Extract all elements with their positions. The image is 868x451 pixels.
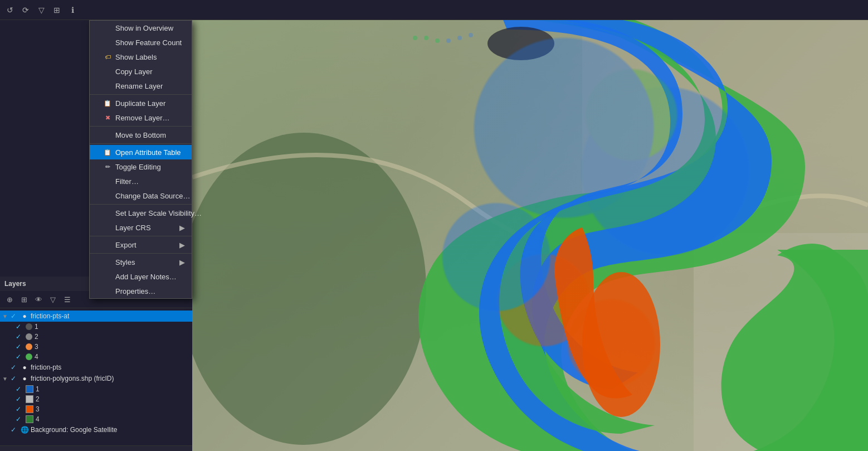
spacer-icon [103, 67, 112, 76]
layer-item-friction-pts-at[interactable]: ▼ ✓ ● friction-pts-at [0, 311, 192, 322]
sublayer-friction-polygons-1[interactable]: ✓ 1 [0, 384, 192, 394]
sublayer-label: 2 [36, 395, 40, 403]
menu-item-label: Rename Layer [115, 82, 163, 90]
horizontal-scrollbar[interactable] [0, 445, 192, 451]
layer-name-background-google: Background: Google Satellite [31, 426, 190, 434]
sublayer-label: 1 [36, 385, 40, 393]
sublayer-label: 1 [35, 323, 38, 331]
sublayer-check[interactable]: ✓ [16, 323, 23, 331]
sublayer-label: 4 [36, 415, 40, 423]
layer-item-background-google[interactable]: ✓ 🌐 Background: Google Satellite [0, 424, 192, 435]
layer-check-background-google[interactable]: ✓ [11, 426, 18, 434]
sublayer-color [26, 343, 32, 350]
menu-item-open-attribute-table[interactable]: 📋Open Attribute Table [90, 145, 192, 159]
submenu-arrow: ▶ [179, 241, 185, 249]
main-toolbar: ↺ ⟳ ▽ ⊞ ℹ [0, 0, 868, 20]
sublayer-color [26, 353, 32, 360]
sublayer-color [26, 405, 33, 413]
sublayer-friction-polygons-3[interactable]: ✓ 3 [0, 404, 192, 414]
menu-item-label: Duplicate Layer [115, 99, 165, 108]
spacer-icon [103, 191, 112, 200]
info-icon[interactable]: ℹ [66, 3, 79, 17]
menu-item-label: Show in Overview [115, 24, 173, 32]
menu-item-label: Open Attribute Table [115, 148, 181, 157]
sublayer-color [26, 385, 33, 393]
sublayer-friction-pts-at-1[interactable]: ✓ 1 [0, 322, 192, 332]
sublayer-check[interactable]: ✓ [16, 343, 23, 351]
refresh-icon[interactable]: ⟳ [19, 3, 32, 17]
menu-item-change-data-source[interactable]: Change Data Source… [90, 188, 192, 203]
sublayer-label: 4 [35, 353, 38, 361]
layers-icon[interactable]: ⊞ [50, 3, 64, 17]
label-icon: 🏷 [103, 52, 112, 61]
layer-check-friction-polygons[interactable]: ✓ [11, 375, 18, 382]
map-area[interactable] [192, 20, 868, 451]
edit-icon: ✏ [103, 162, 112, 171]
context-menu: Show in OverviewShow Feature Count🏷Show … [89, 20, 192, 299]
sublayer-color [26, 415, 33, 423]
menu-item-remove-layer[interactable]: ✖Remove Layer… [90, 110, 192, 125]
sublayer-color [26, 333, 32, 340]
sublayer-check[interactable]: ✓ [16, 415, 23, 423]
sublayer-check[interactable]: ✓ [16, 385, 23, 393]
menu-separator [90, 126, 192, 127]
layer-icon-friction-pts: ● [20, 363, 29, 372]
sublayer-label: 3 [35, 343, 38, 351]
sublayer-label: 3 [36, 405, 40, 413]
spacer-icon [103, 272, 112, 281]
layer-tool-visible[interactable]: 👁 [32, 293, 45, 305]
menu-item-duplicate-layer[interactable]: 📋Duplicate Layer [90, 96, 192, 110]
sublayer-color [26, 323, 32, 330]
menu-separator [90, 236, 192, 236]
menu-item-label: Toggle Editing [115, 163, 161, 171]
spacer-icon [103, 177, 112, 186]
submenu-arrow: ▶ [179, 258, 185, 266]
menu-item-layer-crs[interactable]: Layer CRS▶ [90, 220, 192, 235]
menu-item-styles[interactable]: Styles▶ [90, 255, 192, 269]
layer-expand-friction-polygons[interactable]: ▼ [2, 376, 9, 382]
menu-item-properties[interactable]: Properties… [90, 284, 192, 298]
menu-item-filter[interactable]: Filter… [90, 174, 192, 188]
table-icon: 📋 [103, 148, 112, 157]
layer-check-friction-pts-at[interactable]: ✓ [11, 312, 18, 320]
sublayer-check[interactable]: ✓ [16, 395, 23, 403]
sublayer-friction-polygons-2[interactable]: ✓ 2 [0, 394, 192, 404]
layer-tool-copy[interactable]: ⊞ [18, 293, 30, 305]
filter-icon[interactable]: ▽ [35, 3, 48, 17]
menu-item-move-to-bottom[interactable]: Move to Bottom [90, 128, 192, 142]
layer-item-friction-polygons[interactable]: ▼ ✓ ● friction-polygons.shp (fricID) [0, 373, 192, 384]
menu-item-label: Change Data Source… [115, 192, 190, 200]
layer-tool-options[interactable]: ☰ [61, 293, 74, 305]
submenu-arrow: ▶ [179, 224, 185, 232]
menu-item-copy-layer[interactable]: Copy Layer [90, 64, 192, 79]
sublayer-check[interactable]: ✓ [16, 333, 23, 341]
layer-check-friction-pts[interactable]: ✓ [11, 363, 18, 371]
layers-title: Layers [4, 280, 26, 288]
menu-item-show-feature-count[interactable]: Show Feature Count [90, 35, 192, 50]
menu-item-show-labels[interactable]: 🏷Show Labels [90, 50, 192, 64]
sublayer-friction-pts-at-2[interactable]: ✓ 2 [0, 332, 192, 342]
menu-separator [90, 204, 192, 205]
sublayer-check[interactable]: ✓ [16, 405, 23, 413]
sublayer-check[interactable]: ✓ [16, 353, 23, 361]
menu-item-add-layer-notes[interactable]: Add Layer Notes… [90, 269, 192, 284]
menu-item-rename-layer[interactable]: Rename Layer [90, 79, 192, 93]
menu-item-label: Show Feature Count [115, 38, 182, 47]
layer-expand-friction-pts-at[interactable]: ▼ [2, 313, 9, 319]
spacer-icon [103, 81, 112, 90]
menu-item-show-in-overview[interactable]: Show in Overview [90, 21, 192, 35]
sublayer-friction-pts-at-4[interactable]: ✓ 4 [0, 352, 192, 362]
layers-list: ▼ ✓ ● friction-pts-at ✓ 1 ✓ 2 ✓ 3 ✓ 4 [0, 308, 192, 445]
layer-tool-filter[interactable]: ▽ [47, 293, 59, 305]
undo-icon[interactable]: ↺ [3, 3, 17, 17]
menu-item-label: Remove Layer… [115, 114, 170, 122]
menu-item-set-layer-scale[interactable]: Set Layer Scale Visibility… [90, 206, 192, 220]
layer-tool-add[interactable]: ⊕ [3, 293, 16, 305]
menu-item-export[interactable]: Export▶ [90, 237, 192, 252]
sublayer-friction-polygons-4[interactable]: ✓ 4 [0, 414, 192, 424]
menu-item-label: Copy Layer [115, 67, 152, 76]
sublayer-friction-pts-at-3[interactable]: ✓ 3 [0, 342, 192, 352]
layer-item-friction-pts[interactable]: ✓ ● friction-pts [0, 362, 192, 373]
spacer-icon [103, 287, 112, 295]
menu-item-toggle-editing[interactable]: ✏Toggle Editing [90, 159, 192, 174]
